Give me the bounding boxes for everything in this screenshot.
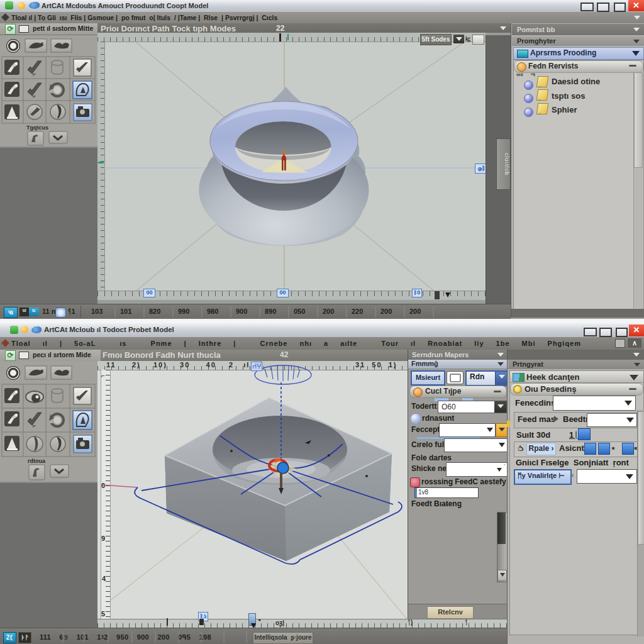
svg-text:Tgqtcus: Tgqtcus [26,125,48,131]
svg-text:rdtoua: rdtoua [28,458,46,464]
